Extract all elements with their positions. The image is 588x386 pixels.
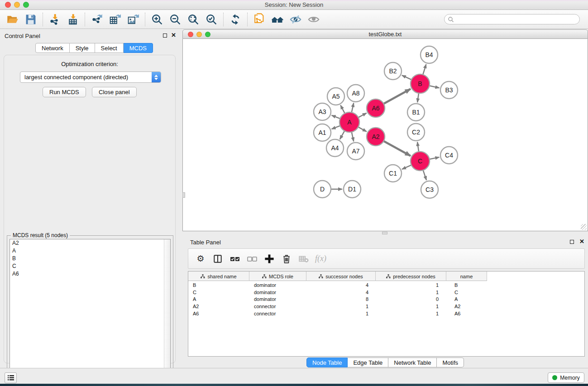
table-cell[interactable]: C [454, 290, 458, 295]
task-history-button[interactable] [5, 372, 17, 383]
delete-table-icon[interactable] [297, 252, 311, 266]
export-table-icon[interactable] [109, 13, 121, 26]
graph-edge[interactable] [429, 157, 440, 159]
optimization-criterion-select[interactable]: largest connected component (directed) [20, 71, 161, 83]
table-cell[interactable]: 4 [366, 290, 368, 295]
delete-icon[interactable] [280, 252, 293, 266]
table-cell[interactable]: 1 [436, 290, 439, 295]
node-table[interactable]: shared name MCDS role successor nodes pr… [188, 271, 585, 357]
graph-edge[interactable] [358, 113, 367, 118]
tab-node-table[interactable]: Node Table [306, 357, 348, 367]
zoom-fit-icon[interactable] [187, 13, 200, 26]
bottom-resize-handle[interactable] [382, 232, 387, 234]
open-file-icon[interactable] [6, 13, 19, 26]
first-neighbors-icon[interactable] [271, 13, 284, 26]
table-cell[interactable]: dominator [254, 282, 276, 288]
import-network-icon[interactable] [48, 13, 61, 26]
minimize-network-button[interactable] [196, 32, 202, 37]
graph-edge[interactable] [351, 103, 354, 113]
zoom-out-icon[interactable] [169, 13, 182, 26]
table-cell[interactable]: B [454, 282, 458, 288]
table-cell[interactable]: 1 [436, 282, 439, 288]
table-cell[interactable]: A2 [454, 304, 460, 309]
table-cell[interactable]: A6 [193, 311, 199, 316]
export-image-icon[interactable] [127, 13, 139, 26]
table-row[interactable]: A2connector11A2 [188, 303, 584, 310]
graph-edge[interactable] [402, 165, 412, 169]
tab-mcds[interactable]: MCDS [124, 43, 153, 53]
show-column-icon[interactable] [211, 252, 225, 266]
table-row[interactable]: Bdominator41B [188, 282, 584, 289]
resize-grip-icon[interactable] [581, 224, 587, 230]
table-row[interactable]: Adominator80A [188, 296, 584, 303]
mcds-result-item[interactable]: A2 [10, 239, 170, 247]
table-cell[interactable]: dominator [254, 290, 276, 295]
tab-motifs[interactable]: Motifs [437, 357, 464, 367]
tab-edge-table[interactable]: Edge Table [348, 357, 388, 367]
mcds-result-item[interactable]: A [10, 247, 170, 255]
graph-edge[interactable] [417, 142, 419, 152]
table-cell[interactable]: A6 [454, 311, 460, 316]
graph-edge[interactable] [417, 92, 419, 102]
network-canvas[interactable]: B4B2BB3A8A5A6A3B1AA1C2A2A4A7C4CC1C3DD1 [182, 39, 588, 231]
mcds-result-list[interactable]: A2ABCA6 [10, 239, 171, 386]
table-cell[interactable]: A [454, 296, 458, 302]
tab-select[interactable]: Select [95, 43, 124, 53]
tab-network[interactable]: Network [35, 43, 70, 53]
column-header-predecessor-nodes[interactable]: predecessor nodes [376, 272, 446, 281]
table-cell[interactable]: A [193, 296, 196, 302]
select-all-icon[interactable] [228, 252, 242, 266]
zoom-window-button[interactable] [23, 2, 29, 8]
table-cell[interactable]: connector [254, 304, 276, 309]
save-session-icon[interactable] [24, 13, 37, 26]
memory-button[interactable]: Memory [548, 372, 584, 383]
table-cell[interactable]: 0 [436, 296, 439, 302]
table-cell[interactable]: B [193, 282, 196, 288]
scrollbar[interactable] [164, 239, 170, 385]
float-panel-icon[interactable] [163, 33, 167, 38]
table-cell[interactable]: connector [254, 311, 276, 316]
clone-network-icon[interactable] [253, 13, 266, 26]
network-window-titlebar[interactable]: testGlobe.txt [182, 29, 588, 39]
window-controls[interactable] [5, 2, 29, 8]
network-window-controls[interactable] [188, 32, 210, 37]
table-cell[interactable]: 1 [436, 304, 439, 309]
mcds-result-item[interactable]: B [10, 255, 170, 262]
hide-selected-icon[interactable] [289, 13, 302, 26]
network-graph[interactable]: B4B2BB3A8A5A6A3B1AA1C2A2A4A7C4CC1C3DD1 [183, 39, 588, 231]
close-network-button[interactable] [188, 32, 193, 37]
graph-edge[interactable] [423, 64, 426, 76]
graph-edge[interactable] [340, 105, 345, 114]
import-table-icon[interactable] [67, 13, 79, 26]
zoom-in-icon[interactable] [151, 13, 163, 26]
table-row[interactable]: A6connector11A6 [188, 310, 584, 318]
graph-edge[interactable] [340, 130, 345, 139]
zoom-selected-icon[interactable] [205, 13, 218, 26]
mcds-result-item[interactable]: C [10, 262, 170, 270]
column-header-name[interactable]: name [446, 272, 487, 281]
deselect-all-icon[interactable] [245, 252, 259, 266]
table-cell[interactable]: A2 [193, 304, 199, 309]
maximize-network-button[interactable] [205, 32, 210, 37]
refresh-icon[interactable] [229, 13, 242, 26]
graph-edge[interactable] [423, 169, 426, 180]
search-field[interactable] [444, 14, 580, 24]
column-header-shared-name[interactable]: shared name [188, 272, 249, 281]
settings-gear-icon[interactable]: ⚙ [194, 252, 207, 266]
table-cell[interactable]: 1 [436, 311, 439, 316]
minimize-window-button[interactable] [14, 2, 20, 8]
column-header-successor-nodes[interactable]: successor nodes [306, 272, 376, 281]
graph-edge[interactable] [358, 127, 367, 132]
tab-style[interactable]: Style [70, 43, 95, 53]
table-cell[interactable]: 4 [366, 282, 368, 288]
column-header-mcds-role[interactable]: MCDS role [249, 272, 306, 281]
graph-edge[interactable] [402, 75, 412, 80]
left-resize-handle[interactable] [182, 192, 185, 198]
function-builder-icon[interactable]: f(x) [315, 254, 326, 263]
run-mcds-button[interactable]: Run MCDS [43, 87, 86, 97]
table-cell[interactable]: 8 [366, 296, 368, 302]
float-panel-icon[interactable] [570, 240, 574, 244]
close-window-button[interactable] [5, 2, 11, 8]
table-row[interactable]: Cdominator41C [188, 289, 584, 296]
tab-network-table[interactable]: Network Table [388, 357, 437, 367]
